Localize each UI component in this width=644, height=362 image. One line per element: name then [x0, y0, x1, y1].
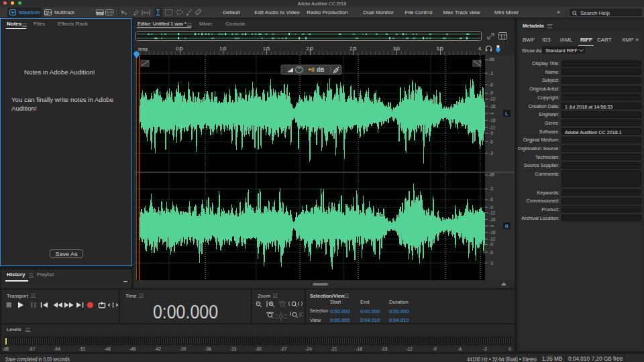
- svg-text:-3: -3: [489, 261, 493, 265]
- svg-text:-18: -18: [489, 230, 496, 235]
- svg-text:R: R: [505, 224, 508, 229]
- svg-text:-6: -6: [489, 250, 493, 255]
- svg-text:-9: -9: [489, 242, 493, 247]
- svg-text:dB: dB: [317, 66, 324, 73]
- svg-text:-∞: -∞: [489, 223, 494, 228]
- svg-text:-12: -12: [489, 237, 496, 241]
- svg-text:+0: +0: [308, 66, 315, 73]
